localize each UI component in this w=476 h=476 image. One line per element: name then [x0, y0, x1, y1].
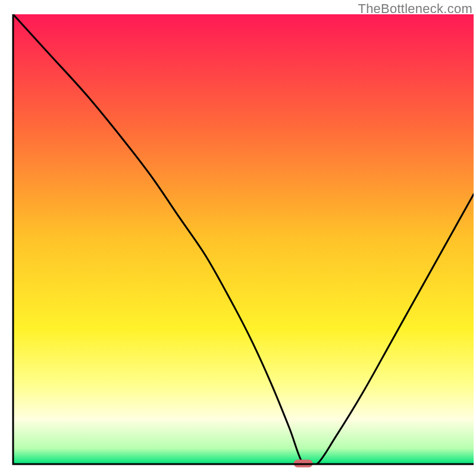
gradient-background	[13, 14, 474, 464]
bottleneck-chart	[0, 0, 476, 476]
chart-stage: TheBottleneck.com	[0, 0, 476, 476]
